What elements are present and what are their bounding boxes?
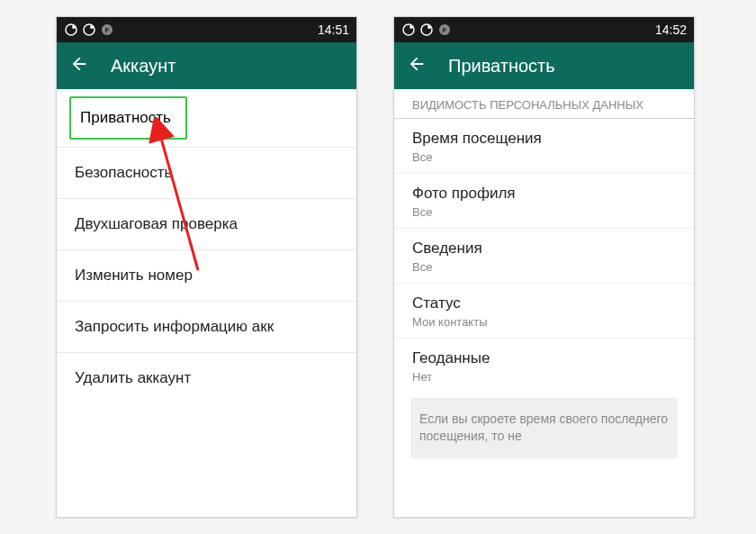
- status-bar: F 14:52: [394, 17, 694, 42]
- svg-point-1: [72, 25, 76, 29]
- setting-title: Геоданные: [412, 349, 676, 367]
- menu-item-two-step[interactable]: Двухшаговая проверка: [57, 199, 356, 250]
- setting-value: Все: [412, 205, 676, 219]
- menu-item-change-number[interactable]: Изменить номер: [57, 250, 356, 302]
- setting-value: Все: [412, 260, 676, 274]
- setting-status[interactable]: Статус Мои контакты: [394, 284, 694, 339]
- menu-item-request-info[interactable]: Запросить информацию акк: [57, 302, 356, 353]
- notification-icon: [64, 23, 78, 37]
- setting-last-seen[interactable]: Время посещения Все: [394, 119, 694, 174]
- back-arrow-icon[interactable]: [69, 54, 89, 77]
- status-icons-left: F: [64, 23, 114, 37]
- setting-title: Фото профиля: [412, 185, 676, 203]
- setting-value: Все: [412, 150, 676, 164]
- setting-profile-photo[interactable]: Фото профиля Все: [394, 174, 694, 229]
- status-icons-left: F: [401, 23, 452, 37]
- status-time: 14:52: [655, 23, 687, 37]
- page-title: Приватность: [448, 56, 555, 77]
- status-time: 14:51: [318, 23, 349, 37]
- setting-title: Сведения: [412, 240, 676, 258]
- svg-text:F: F: [443, 26, 447, 34]
- section-header: ВИДИМОСТЬ ПЕРСОНАЛЬНЫХ ДАННЫХ: [394, 89, 694, 119]
- notification-icon: [401, 23, 416, 37]
- setting-title: Статус: [412, 294, 676, 312]
- app-bar: Аккаунт: [57, 42, 356, 89]
- setting-value: Мои контакты: [412, 315, 676, 329]
- svg-point-8: [410, 25, 413, 29]
- app-bar: Приватность: [394, 42, 694, 89]
- phone-left-screenshot: F 14:51 Аккаунт Приватность Безопасность…: [56, 16, 357, 518]
- info-text: Если вы скроете время своего последнего …: [410, 398, 678, 458]
- svg-point-10: [428, 25, 431, 29]
- back-arrow-icon[interactable]: [407, 54, 427, 77]
- account-menu: Приватность Безопасность Двухшаговая про…: [57, 89, 356, 403]
- svg-point-3: [90, 25, 94, 29]
- menu-item-security[interactable]: Безопасность: [57, 148, 356, 199]
- menu-item-delete-account[interactable]: Удалить аккаунт: [57, 353, 356, 403]
- notification-icon: [82, 23, 96, 37]
- privacy-settings: ВИДИМОСТЬ ПЕРСОНАЛЬНЫХ ДАННЫХ Время посе…: [394, 89, 694, 458]
- setting-title: Время посещения: [412, 130, 676, 148]
- badge-icon: F: [437, 23, 452, 37]
- setting-about[interactable]: Сведения Все: [394, 229, 694, 284]
- svg-text:F: F: [105, 26, 110, 34]
- setting-value: Нет: [412, 370, 676, 384]
- phone-right-screenshot: F 14:52 Приватность ВИДИМОСТЬ ПЕРСОНАЛЬН…: [393, 16, 695, 518]
- badge-icon: F: [100, 23, 114, 37]
- page-title: Аккаунт: [111, 56, 176, 77]
- menu-item-privacy[interactable]: Приватность: [69, 96, 187, 140]
- status-bar: F 14:51: [57, 17, 356, 42]
- setting-live-location[interactable]: Геоданные Нет: [394, 339, 694, 393]
- notification-icon: [419, 23, 434, 37]
